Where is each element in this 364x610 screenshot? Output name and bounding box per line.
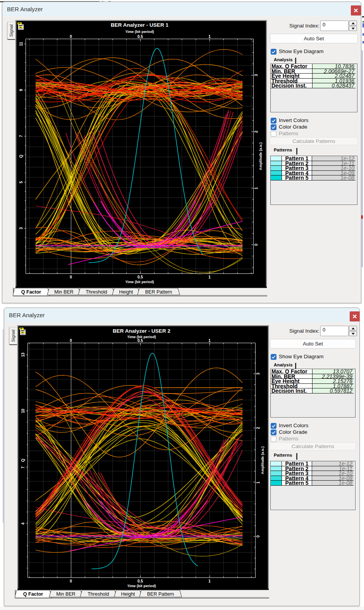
svg-text:4: 4 [21,522,25,525]
svg-text:1: 1 [208,275,211,279]
svg-text:5: 5 [19,181,23,183]
svg-text:9: 9 [19,89,23,91]
svg-text:2: 2 [254,131,258,133]
svg-text:3: 3 [254,74,258,76]
svg-text:1: 1 [254,187,258,189]
svg-text:2: 2 [256,427,260,429]
svg-text:Height: Height [121,591,135,597]
svg-text:BER Analyzer - USER 1: BER Analyzer - USER 1 [111,22,168,28]
svg-text:Min BER: Min BER [54,289,73,295]
svg-text:BER Analyzer - USER 2: BER Analyzer - USER 2 [113,328,170,334]
svg-text:0: 0 [70,275,72,279]
svg-text:Height: Height [119,289,133,295]
svg-text:0: 0 [70,34,72,39]
svg-text:Q: Q [21,459,25,462]
svg-text:11: 11 [19,42,23,46]
svg-text:Time (bit period): Time (bit period) [127,584,156,588]
svg-text:0: 0 [256,535,260,538]
svg-text:Amplitude (a.u.): Amplitude (a.u.) [258,143,263,170]
svg-text:0.5: 0.5 [137,275,143,279]
svg-text:0: 0 [70,579,72,583]
svg-text:BER Pattern: BER Pattern [147,591,174,597]
svg-text:7: 7 [21,466,25,469]
svg-text:BER Pattern: BER Pattern [145,289,172,295]
svg-text:Time (bit period): Time (bit period) [125,280,154,284]
svg-text:13: 13 [21,352,25,357]
svg-text:0: 0 [254,244,258,246]
svg-text:Amplitude (a.u.): Amplitude (a.u.) [260,447,264,474]
svg-text:Q: Q [19,155,23,158]
svg-text:0.5: 0.5 [137,579,143,583]
svg-text:Time (bit period): Time (bit period) [125,29,154,34]
svg-text:3: 3 [256,373,260,375]
svg-text:1: 1 [208,339,211,343]
svg-text:Threshold: Threshold [86,289,107,295]
svg-text:3: 3 [19,227,23,229]
svg-text:Threshold: Threshold [88,591,109,597]
svg-text:0: 0 [70,339,72,343]
svg-text:Min BER: Min BER [56,591,75,597]
svg-text:0.5: 0.5 [137,34,143,39]
svg-text:7: 7 [19,135,23,137]
svg-text:10: 10 [21,409,25,413]
svg-text:0.5: 0.5 [137,339,143,343]
svg-text:1: 1 [208,34,211,39]
svg-text:Q Factor: Q Factor [21,289,41,295]
svg-text:Q Factor: Q Factor [23,591,43,597]
svg-text:1: 1 [208,579,211,583]
svg-text:1: 1 [256,481,260,484]
